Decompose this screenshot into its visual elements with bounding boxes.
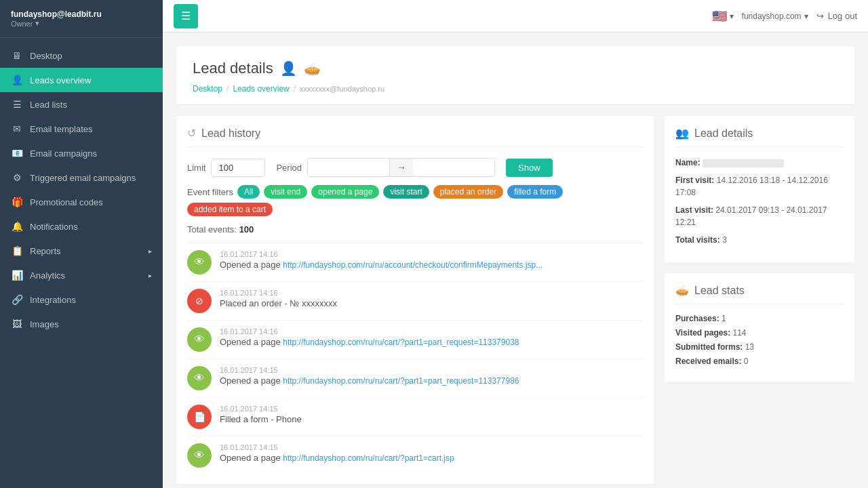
sidebar-item-notifications[interactable]: 🔔 Notifications [0, 214, 163, 239]
lead-stats-title: 🥧 Lead stats [675, 284, 844, 304]
chevron-down-icon: ▾ [730, 12, 734, 21]
event-time: 16.01.2017 14:16 [220, 250, 643, 258]
sidebar-item-label: Lead lists [30, 100, 67, 110]
event-desc: Placed an order - № xxxxxxxx [220, 298, 643, 308]
sidebar-item-desktop[interactable]: 🖥 Desktop [0, 43, 163, 68]
limit-filter: Limit [187, 159, 265, 177]
sidebar-item-reports[interactable]: 📋 Reports ▸ [0, 239, 163, 263]
sidebar-item-triggered-email[interactable]: ⚙ Triggered email campaigns [0, 165, 163, 190]
logout-button[interactable]: ↪ Log out [816, 11, 857, 21]
total-visits-value: 3 [722, 235, 727, 245]
order-icon: ⊘ [187, 289, 212, 313]
topbar-right: 🇺🇸 ▾ fundayshop.com ▾ ↪ Log out [712, 9, 857, 24]
language-selector[interactable]: 🇺🇸 ▾ [712, 9, 734, 24]
total-events: Total events: 100 [187, 224, 643, 235]
breadcrumb-current: xxxxxxxx@fundayshop.ru [300, 85, 384, 93]
sidebar-item-label: Promotional codes [30, 197, 103, 207]
limit-input[interactable] [211, 159, 265, 177]
event-time: 16.01.2017 14:15 [220, 405, 643, 413]
chevron-down-icon: ▾ [804, 12, 808, 21]
event-filters-label: Event filters [187, 187, 233, 197]
limit-label: Limit [187, 163, 205, 173]
list-item: 👁 16.01.2017 14:15 Opened a page http://… [187, 359, 643, 398]
topbar: ☰ 🇺🇸 ▾ fundayshop.com ▾ ↪ Log out [163, 0, 868, 33]
total-visits-label: Total visits: [675, 235, 720, 245]
show-button[interactable]: Show [506, 159, 553, 177]
visited-pages-label: Visited pages: [675, 328, 730, 338]
event-link[interactable]: http://fundayshop.com/ru/ru/account/chec… [283, 260, 542, 270]
domain-selector[interactable]: fundayshop.com ▾ [742, 12, 808, 21]
sidebar-item-label: Integrations [30, 295, 76, 305]
visited-pages-value: 114 [732, 328, 746, 338]
submitted-forms-value: 13 [745, 342, 754, 352]
received-emails-row: Received emails: 0 [675, 357, 844, 366]
history-icon: ↺ [187, 127, 196, 140]
sidebar-item-email-campaigns[interactable]: 📧 Email campaigns [0, 141, 163, 165]
list-item: 📄 16.01.2017 14:15 Filled a form - Phone [187, 398, 643, 436]
filter-tag-visit-start[interactable]: visit start [383, 185, 429, 199]
desktop-icon: 🖥 [11, 50, 23, 61]
sidebar-item-label: Leads overview [30, 75, 91, 85]
event-time: 16.01.2017 14:16 [220, 327, 643, 336]
visited-pages-row: Visited pages: 114 [675, 328, 844, 338]
lead-stats-card: 🥧 Lead stats Purchases: 1 Visited pages:… [665, 273, 854, 382]
logout-icon: ↪ [816, 11, 824, 21]
sidebar-item-analytics[interactable]: 📊 Analytics ▸ [0, 263, 163, 287]
lead-lists-icon: ☰ [11, 99, 23, 110]
sidebar-item-label: Email templates [30, 124, 92, 134]
purchases-row: Purchases: 1 [675, 314, 844, 323]
eye-icon: 👁 [187, 250, 212, 274]
sidebar-item-integrations[interactable]: 🔗 Integrations [0, 287, 163, 312]
eye-icon: 👁 [187, 327, 212, 352]
menu-icon: ☰ [181, 9, 191, 22]
name-label: Name: [675, 158, 701, 167]
event-desc: Opened a page http://fundayshop.com/ru/r… [220, 453, 643, 463]
sidebar-item-email-templates[interactable]: ✉ Email templates [0, 117, 163, 141]
filter-tag-added-cart[interactable]: added item to a cart [187, 203, 273, 216]
filter-tag-filled-form[interactable]: filled a form [507, 185, 563, 199]
event-time: 16.01.2017 14:16 [220, 289, 643, 297]
event-link[interactable]: http://fundayshop.com/ru/ru/cart/?part1=… [283, 453, 454, 463]
event-content: 16.01.2017 14:16 Placed an order - № xxx… [220, 289, 643, 308]
email-templates-icon: ✉ [11, 123, 23, 134]
last-visit-label: Last visit: [675, 205, 713, 215]
filter-tag-opened-page[interactable]: opened a page [311, 185, 379, 199]
content-area: Lead details 👤 🥧 Desktop / Leads overvie… [163, 33, 868, 488]
sidebar-item-label: Analytics [30, 270, 65, 281]
menu-button[interactable]: ☰ [174, 4, 198, 28]
event-link[interactable]: http://fundayshop.com/ru/ru/cart/?part1=… [283, 376, 519, 386]
period-input-group: → [307, 158, 495, 177]
form-icon: 📄 [187, 405, 212, 429]
sidebar-item-leads-overview[interactable]: 👤 Leads overview [0, 68, 163, 92]
integrations-icon: 🔗 [11, 294, 23, 305]
total-events-value: 100 [239, 224, 254, 235]
submitted-forms-label: Submitted forms: [675, 342, 743, 352]
event-content: 16.01.2017 14:15 Opened a page http://fu… [220, 443, 643, 463]
notifications-icon: 🔔 [11, 221, 23, 232]
event-link[interactable]: http://fundayshop.com/ru/ru/cart/?part1=… [283, 338, 519, 347]
filter-tag-visit-end[interactable]: visit end [264, 185, 307, 199]
period-start-input[interactable] [308, 159, 389, 176]
filter-tag-placed-order[interactable]: placed an order [433, 185, 503, 199]
period-end-input[interactable] [413, 159, 494, 176]
sidebar-item-lead-lists[interactable]: ☰ Lead lists [0, 92, 163, 117]
breadcrumb-leads-overview[interactable]: Leads overview [233, 84, 289, 94]
event-time: 16.01.2017 14:15 [220, 366, 643, 374]
page-header: Lead details 👤 🥧 Desktop / Leads overvie… [176, 46, 854, 105]
filter-tag-all[interactable]: All [237, 185, 260, 199]
lead-history-title: ↺ Lead history [187, 127, 643, 147]
lead-history-panel: ↺ Lead history Limit Period → [176, 116, 654, 484]
breadcrumb-desktop[interactable]: Desktop [193, 84, 222, 94]
lead-name-value [703, 159, 784, 167]
first-visit-label: First visit: [675, 176, 714, 185]
pie-chart-icon: 🥧 [675, 284, 689, 297]
chart-icon: 🥧 [304, 60, 321, 77]
sidebar-item-label: Email campaigns [30, 148, 97, 159]
total-visits-row: Total visits: 3 [675, 234, 844, 246]
sidebar-item-images[interactable]: 🖼 Images [0, 312, 163, 336]
promo-icon: 🎁 [11, 197, 23, 207]
sidebar-item-promo-codes[interactable]: 🎁 Promotional codes [0, 190, 163, 214]
analytics-icon: 📊 [11, 270, 23, 281]
sidebar-item-label: Desktop [30, 51, 62, 61]
list-item: ⊘ 16.01.2017 14:16 Placed an order - № x… [187, 282, 643, 321]
